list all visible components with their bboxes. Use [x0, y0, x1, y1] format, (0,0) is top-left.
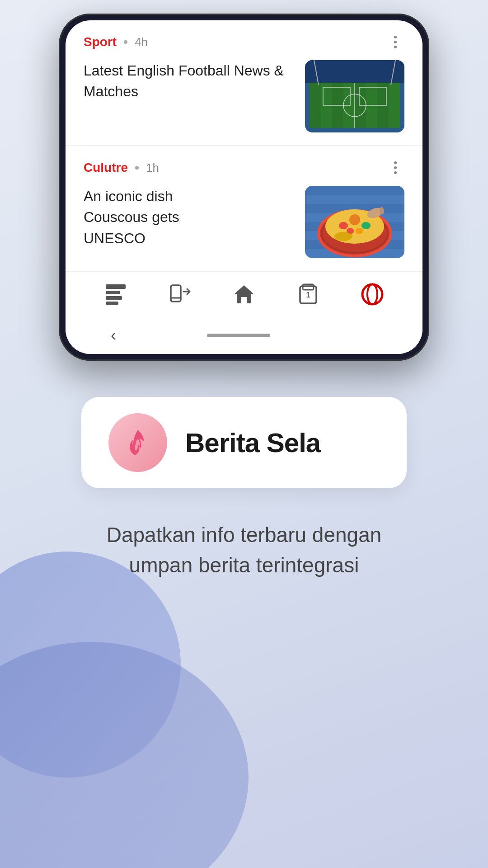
home-pill[interactable] [207, 334, 270, 337]
bottom-section: Berita Sela Dapatkan info terbaru dengan… [0, 370, 488, 616]
phone-wrapper: Sport 4h Latest English Football News & … [59, 14, 429, 361]
dot2 [394, 41, 397, 43]
news-category-sport: Sport [84, 35, 117, 49]
dot3 [394, 171, 397, 174]
news-meta-left-culture: Culutre 1h [84, 160, 159, 175]
dot3 [394, 46, 397, 48]
bg-blob-bottom [0, 642, 249, 868]
svg-point-41 [367, 284, 377, 304]
app-card: Berita Sela [81, 397, 407, 488]
app-icon-wrapper [108, 413, 167, 472]
nav-news-feed[interactable] [104, 283, 127, 306]
news-title-sport: Latest English Football News & Matches [84, 60, 291, 102]
back-button[interactable]: ‹ [111, 326, 116, 345]
tagline: Dapatkan info terbaru denganumpan berita… [59, 520, 429, 580]
nav-opera[interactable] [361, 283, 384, 306]
svg-point-40 [362, 284, 382, 304]
flame-icon [122, 426, 154, 459]
dot1 [394, 161, 397, 164]
svg-rect-3 [310, 83, 321, 128]
news-image-culture [305, 186, 404, 258]
svg-rect-1 [305, 60, 404, 83]
svg-point-25 [361, 222, 371, 229]
app-name: Berita Sela [185, 427, 320, 458]
news-time-sport: 4h [135, 35, 148, 49]
svg-rect-31 [106, 284, 126, 289]
news-meta-left-sport: Sport 4h [84, 35, 148, 49]
news-time-culture: 1h [146, 161, 159, 175]
phone-frame: Sport 4h Latest English Football News & … [59, 14, 429, 361]
news-more-btn-sport[interactable] [386, 33, 404, 51]
news-meta-sport: Sport 4h [84, 33, 404, 51]
news-dot-culture [135, 166, 139, 170]
news-body-sport: Latest English Football News & Matches [84, 60, 404, 132]
screen-content: Sport 4h Latest English Football News & … [66, 20, 422, 354]
svg-rect-33 [106, 296, 122, 300]
news-more-btn-culture[interactable] [386, 159, 404, 177]
nav-tabs[interactable]: 1 [296, 283, 320, 306]
news-dot-sport [124, 40, 127, 44]
bottom-nav: 1 [66, 271, 422, 317]
svg-text:1: 1 [306, 291, 310, 299]
news-item-sport[interactable]: Sport 4h Latest English Football News & … [66, 20, 422, 146]
news-meta-culture: Culutre 1h [84, 159, 404, 177]
news-image-sport [305, 60, 404, 132]
svg-point-24 [339, 222, 348, 229]
news-body-culture: An iconic dishCouscous getsUNESCO [84, 186, 404, 258]
news-category-culture: Culutre [84, 160, 128, 175]
svg-rect-34 [106, 302, 118, 305]
news-item-culture[interactable]: Culutre 1h An iconic dishCouscous getsUN… [66, 146, 422, 271]
svg-point-28 [334, 232, 352, 241]
dot2 [394, 166, 397, 169]
svg-point-23 [349, 214, 360, 225]
svg-rect-15 [305, 186, 404, 195]
dot1 [394, 36, 397, 38]
nav-home[interactable] [232, 283, 256, 306]
system-nav: ‹ [66, 317, 422, 354]
phone-screen: Sport 4h Latest English Football News & … [66, 20, 422, 354]
svg-rect-32 [106, 291, 120, 294]
nav-device-sync[interactable] [168, 283, 192, 306]
svg-rect-35 [171, 285, 181, 302]
svg-point-27 [356, 228, 363, 234]
svg-rect-38 [303, 284, 314, 290]
news-title-culture: An iconic dishCouscous getsUNESCO [84, 186, 291, 249]
